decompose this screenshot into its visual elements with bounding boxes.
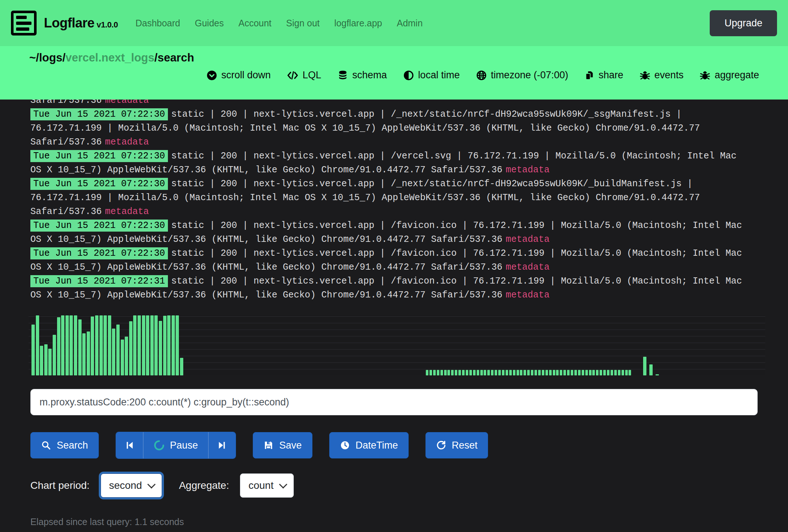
datetime-button-label: DateTime xyxy=(356,440,398,451)
save-button[interactable]: Save xyxy=(253,432,312,458)
histogram-bar xyxy=(628,370,631,375)
upgrade-button[interactable]: Upgrade xyxy=(710,10,777,36)
histogram-bar xyxy=(159,321,162,375)
log-entry: Tue Jun 15 2021 07:22:30static | 200 | n… xyxy=(30,149,744,177)
histogram-bar xyxy=(133,315,136,375)
histogram-bar xyxy=(556,370,559,375)
circle-chevron-down-icon xyxy=(206,70,217,81)
nav-links: Dashboard Guides Account Sign out logfla… xyxy=(135,18,423,29)
toolbar-item-label: aggregate xyxy=(714,70,759,81)
forwards-button[interactable] xyxy=(208,432,236,458)
toolbar-item-share[interactable]: share xyxy=(584,70,623,81)
histogram-bar xyxy=(466,370,468,375)
histogram-bar xyxy=(433,370,436,375)
histogram-bar xyxy=(538,370,541,375)
toolbar-item-timezone[interactable]: timezone (-07:00) xyxy=(476,70,569,81)
nav-item-guides[interactable]: Guides xyxy=(195,18,224,29)
save-button-label: Save xyxy=(279,440,302,451)
reset-button-label: Reset xyxy=(452,440,478,451)
nav-item-dashboard[interactable]: Dashboard xyxy=(135,18,180,29)
aggregate-value: count xyxy=(248,480,274,491)
histogram-bar xyxy=(553,370,555,375)
aggregate-select[interactable]: count xyxy=(240,473,294,498)
search-button[interactable]: Search xyxy=(30,432,99,458)
pause-button[interactable]: Pause xyxy=(143,432,209,458)
metadata-link[interactable]: metadata xyxy=(506,165,549,175)
toolbar-item-lql[interactable]: LQL xyxy=(287,70,321,81)
histogram-bar xyxy=(40,346,43,375)
log-timestamp: Tue Jun 15 2021 07:22:30 xyxy=(30,150,168,162)
histogram-bar xyxy=(176,315,179,375)
histogram-bar xyxy=(589,370,592,375)
histogram-bar xyxy=(104,315,107,375)
skip-backward-icon xyxy=(125,441,134,450)
toolbar-item-scroll-down[interactable]: scroll down xyxy=(206,70,271,81)
histogram xyxy=(29,315,765,375)
toolbar-item-label: LQL xyxy=(303,70,321,81)
toolbar-item-aggregate[interactable]: aggregate xyxy=(699,70,759,81)
aggregate-label: Aggregate: xyxy=(179,480,229,491)
chart-period-label: Chart period: xyxy=(30,480,90,491)
metadata-link[interactable]: metadata xyxy=(506,290,549,300)
toolbar-item-label: schema xyxy=(352,70,387,81)
histogram-bar xyxy=(437,370,439,375)
histogram-bar xyxy=(567,370,570,375)
backwards-button[interactable] xyxy=(116,432,143,458)
histogram-bar xyxy=(578,370,581,375)
half-circle-toggle-icon xyxy=(403,70,414,81)
metadata-link[interactable]: metadata xyxy=(105,137,149,147)
histogram-bar xyxy=(603,370,606,375)
nav-item-logflare-app[interactable]: logflare.app xyxy=(334,18,382,29)
log-event-list[interactable]: Safari/537.36metadata Tue Jun 15 2021 07… xyxy=(0,94,744,302)
histogram-bar xyxy=(455,370,457,375)
metadata-link[interactable]: metadata xyxy=(105,206,149,217)
histogram-bar xyxy=(138,315,141,375)
nav-item-admin[interactable]: Admin xyxy=(397,18,423,29)
histogram-bar xyxy=(429,370,432,375)
histogram-bar xyxy=(150,315,154,375)
histogram-bar xyxy=(545,370,548,375)
breadcrumb-suffix: /search xyxy=(154,51,194,64)
histogram-bar xyxy=(444,370,447,375)
redo-refresh-icon xyxy=(436,440,446,450)
metadata-link[interactable]: metadata xyxy=(506,234,549,245)
histogram-bar xyxy=(592,370,595,375)
histogram-bar xyxy=(560,370,562,375)
logflare-logo-icon[interactable] xyxy=(11,11,37,35)
toolbar-item-events[interactable]: events xyxy=(639,70,684,81)
histogram-bar xyxy=(36,315,39,375)
histogram-bar xyxy=(625,370,628,375)
chart-period-select[interactable]: second xyxy=(101,473,162,498)
elapsed-status: Elapsed since last query: 1.1 seconds xyxy=(30,517,788,527)
breadcrumb: ~/logs/vercel.next_logs/search xyxy=(29,51,759,64)
histogram-bar xyxy=(506,370,508,375)
histogram-bar xyxy=(531,370,533,375)
histogram-bar xyxy=(502,370,504,375)
histogram-bar xyxy=(614,370,617,375)
histogram-bar xyxy=(534,370,537,375)
histogram-bar xyxy=(469,370,472,375)
toolbar-item-label: timezone (-07:00) xyxy=(491,70,569,81)
breadcrumb-prefix[interactable]: ~/logs/ xyxy=(29,51,65,64)
histogram-bar xyxy=(426,370,428,375)
datetime-button[interactable]: DateTime xyxy=(329,432,409,458)
nav-item-account[interactable]: Account xyxy=(239,18,271,29)
metadata-link[interactable]: metadata xyxy=(506,262,549,273)
nav-item-sign-out[interactable]: Sign out xyxy=(286,18,320,29)
histogram-bar xyxy=(61,315,64,375)
search-query-input[interactable] xyxy=(30,389,758,415)
toolbar-item-schema[interactable]: schema xyxy=(337,70,387,81)
histogram-bar xyxy=(611,370,613,375)
search-button-label: Search xyxy=(57,440,88,451)
chart-period-value: second xyxy=(109,480,142,491)
histogram-bar xyxy=(487,370,490,375)
breadcrumb-source[interactable]: vercel.next_logs xyxy=(65,51,154,64)
chevron-down-icon xyxy=(147,480,156,489)
reset-button[interactable]: Reset xyxy=(425,432,488,458)
histogram-bar xyxy=(142,315,145,375)
histogram-bar xyxy=(31,325,35,375)
histogram-bar xyxy=(643,357,646,375)
histogram-bar xyxy=(451,370,454,375)
bug-icon xyxy=(699,70,710,81)
toolbar-item-local-time[interactable]: local time xyxy=(403,70,460,81)
